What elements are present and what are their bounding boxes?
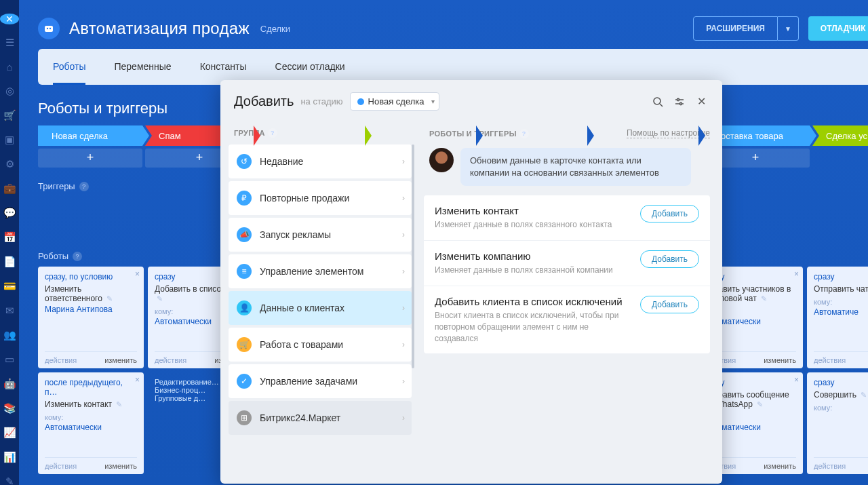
close-icon[interactable]: ✕ xyxy=(0,14,19,24)
main-area: Автоматизация продаж Сделки РАСШИРЕНИЯ ▼… xyxy=(19,0,868,485)
card-to-value[interactable]: Автоматиче xyxy=(814,307,868,317)
cart-icon[interactable]: 🛒 xyxy=(3,109,16,121)
doc-icon[interactable]: 📄 xyxy=(3,256,16,268)
add-action-button[interactable]: Добавить xyxy=(640,296,699,313)
group-item[interactable]: ✓Управление задачами› xyxy=(229,364,412,398)
card-to-value[interactable]: Марина Антипова xyxy=(45,305,137,314)
close-icon[interactable]: ✕ xyxy=(694,94,709,109)
robot-logo-icon xyxy=(38,18,60,39)
home-icon[interactable]: ⌂ xyxy=(3,61,16,73)
card-actions-link[interactable]: действия xyxy=(45,356,77,364)
card-when[interactable]: сразу xyxy=(814,378,868,387)
graph-icon[interactable]: 📈 xyxy=(3,427,16,439)
page-header: Автоматизация продаж Сделки РАСШИРЕНИЯ ▼… xyxy=(19,0,868,49)
calendar-icon[interactable]: 📅 xyxy=(3,231,16,244)
briefcase-icon[interactable]: 💼 xyxy=(3,182,16,195)
card-when[interactable]: сразу xyxy=(814,272,868,282)
robot-card[interactable]: ×сразуОтправить чат ✎кому:Автоматичедейс… xyxy=(807,267,868,368)
group-item[interactable]: ₽Повторные продажи› xyxy=(229,181,412,215)
action-row: Изменить компаниюИзменяет данные в полях… xyxy=(424,241,710,286)
add-action-button[interactable]: Добавить xyxy=(640,205,699,222)
card-to-label: кому: xyxy=(814,404,868,412)
action-desc: Изменяет данные в полях связанной компан… xyxy=(435,265,613,276)
card-close-icon[interactable]: × xyxy=(794,375,799,385)
actions-panel: Изменить контактИзменяет данные в полях … xyxy=(424,195,710,353)
target-icon[interactable]: ◎ xyxy=(3,85,16,97)
card-to-value[interactable]: Автоматически xyxy=(45,423,137,432)
card-edit-link[interactable]: изменить xyxy=(764,356,796,364)
robot-card[interactable]: ×сразу, по условиюИзменить ответственног… xyxy=(38,267,144,368)
card-icon[interactable]: ▭ xyxy=(3,353,16,366)
chevron-right-icon: › xyxy=(402,193,405,203)
group-label: Управление элементом xyxy=(260,266,363,277)
settings-icon[interactable] xyxy=(672,94,687,109)
group-item[interactable]: ⊞Битрикс24.Маркет› xyxy=(229,401,412,435)
stage-header[interactable]: Сделка ус xyxy=(812,125,868,146)
pen-icon[interactable]: ✎ xyxy=(3,476,16,485)
robot-icon[interactable]: 🤖 xyxy=(3,378,16,390)
extensions-dropdown[interactable]: ▼ xyxy=(778,16,799,41)
flow-icon[interactable]: ⚙ xyxy=(3,158,16,170)
stage-header[interactable]: Новая сделка xyxy=(38,125,142,146)
card-actions-link[interactable]: действия xyxy=(155,356,186,364)
users-icon[interactable]: 👥 xyxy=(3,329,16,341)
wallet-icon[interactable]: 💳 xyxy=(3,280,16,292)
group-item[interactable]: 🛒Работа с товарами› xyxy=(229,328,412,362)
card-actions-link[interactable]: действия xyxy=(814,356,846,364)
stats-icon[interactable]: 📊 xyxy=(3,451,16,463)
stage-selector[interactable]: Новая сделка xyxy=(350,92,440,111)
svg-point-7 xyxy=(677,98,679,100)
card-footer: действияизменить xyxy=(45,351,137,368)
filter-icon[interactable]: ☰ xyxy=(3,37,16,49)
card-actions-link[interactable]: действия xyxy=(45,462,77,470)
page-subtitle[interactable]: Сделки xyxy=(260,24,290,34)
search-icon[interactable] xyxy=(650,94,665,109)
debugger-button[interactable]: ОТЛАДЧИК РОБОТОВ xyxy=(808,16,868,41)
box-icon[interactable]: ▣ xyxy=(3,134,16,146)
card-close-icon[interactable]: × xyxy=(135,375,140,385)
card-actions-link[interactable]: действия xyxy=(814,462,846,470)
robot-card[interactable]: ×после предыдущего, п…Изменить контакт ✎… xyxy=(38,372,144,474)
card-close-icon[interactable]: × xyxy=(135,269,140,279)
chat-icon[interactable]: 💬 xyxy=(3,207,16,219)
tab-variables[interactable]: Переменные xyxy=(114,49,171,85)
card-when[interactable]: сразу, по условию xyxy=(45,272,137,282)
stage-color-dot xyxy=(357,98,364,105)
group-item[interactable]: 📣Запуск рекламы› xyxy=(229,218,412,252)
section-title: Роботы и триггеры xyxy=(38,100,167,117)
add-action-button[interactable]: Добавить xyxy=(640,250,699,268)
triggers-label: Триггеры xyxy=(38,181,75,191)
mail-icon[interactable]: ✉ xyxy=(3,305,16,317)
tab-robots[interactable]: Роботы xyxy=(53,49,85,85)
group-item[interactable]: 👤Данные о клиентах› xyxy=(229,291,412,325)
scrollbar[interactable] xyxy=(412,144,414,368)
card-when[interactable]: после предыдущего, п… xyxy=(45,378,137,397)
extensions-button-group: РАСШИРЕНИЯ ▼ xyxy=(693,16,799,41)
help-icon[interactable]: ? xyxy=(79,182,89,191)
card-close-icon[interactable]: × xyxy=(794,269,799,279)
help-icon[interactable]: ? xyxy=(519,129,529,138)
card-edit-link[interactable]: изменить xyxy=(104,356,137,364)
robot-card[interactable]: ×сразуСовершить ✎кому:действияизменить xyxy=(807,372,868,474)
group-item[interactable]: ↺Недавние› xyxy=(229,144,412,178)
modal-stage-label: на стадию xyxy=(300,96,342,106)
card-footer: действияизменить xyxy=(814,351,868,368)
group-label: Недавние xyxy=(260,156,303,167)
action-title: Изменить компанию xyxy=(435,250,613,262)
book-icon[interactable]: 📚 xyxy=(3,402,16,414)
stage-selector-value: Новая сделка xyxy=(368,96,425,106)
group-item[interactable]: ≡Управление элементом› xyxy=(229,254,412,288)
group-icon: ≡ xyxy=(237,264,252,279)
help-icon[interactable]: ? xyxy=(73,252,82,261)
chevron-right-icon: › xyxy=(402,303,405,313)
add-robot-modal: Добавить на стадию Новая сделка ✕ ГРУППА… xyxy=(220,80,722,484)
group-icon: 🛒 xyxy=(237,337,252,352)
card-edit-link[interactable]: изменить xyxy=(764,462,796,470)
card-edit-link[interactable]: изменить xyxy=(104,462,137,470)
extensions-button[interactable]: РАСШИРЕНИЯ xyxy=(693,16,778,41)
help-icon[interactable]: ? xyxy=(268,128,277,138)
stage-add-button[interactable]: + xyxy=(38,149,142,168)
card-to-label: кому: xyxy=(45,413,137,421)
group-list: ↺Недавние›₽Повторные продажи›📣Запуск рек… xyxy=(229,144,412,435)
help-link[interactable]: Помощь по настройке xyxy=(627,128,710,138)
